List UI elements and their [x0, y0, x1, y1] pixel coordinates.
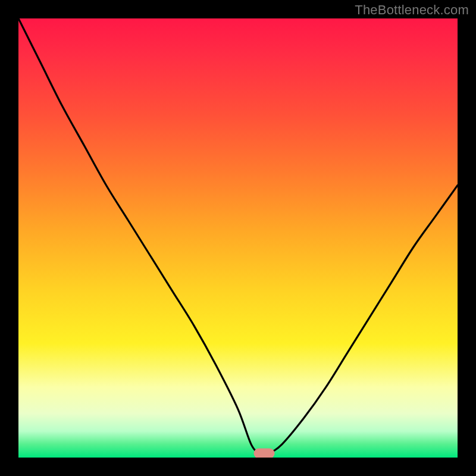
plot-area [18, 18, 458, 458]
gradient-background [18, 18, 458, 458]
watermark-text: TheBottleneck.com [355, 2, 469, 18]
chart-frame: TheBottleneck.com [0, 0, 476, 476]
optimal-marker [254, 448, 275, 458]
